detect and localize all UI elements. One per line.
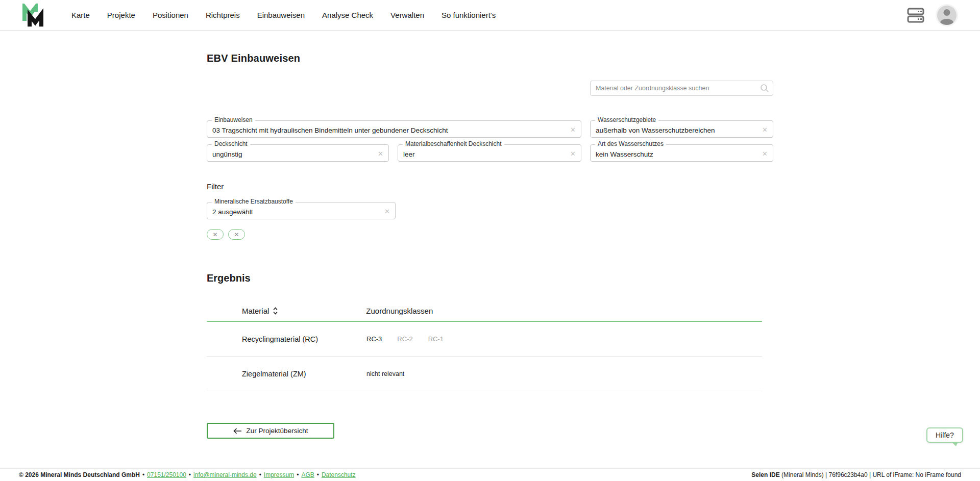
footer-link-phone[interactable]: 07151/250100 [147,471,186,478]
nav-item-verwalten[interactable]: Verwalten [390,11,424,19]
footer-left: © 2026 Mineral Minds Deutschland GmbH • … [19,471,356,478]
field-art-des-wasserschutzes-value: kein Wasserschutz [596,150,653,158]
top-navigation-bar: Karte Projekte Positionen Richtpreis Ein… [0,0,980,31]
field-mineralische-ersatzbaustoffe[interactable]: Mineralische Ersatzbaustoffe 2 ausgewähl… [207,202,396,219]
footer-link-datenschutz[interactable]: Datenschutz [322,471,356,478]
arrow-left-icon [233,428,242,434]
material-cell: Ziegelmaterial (ZM) [242,370,366,378]
footer-link-impressum[interactable]: Impressum [264,471,294,478]
nav-item-analyse-check[interactable]: Analyse Check [322,11,373,19]
footer-separator: • [142,471,144,478]
close-icon[interactable]: ✕ [566,126,576,134]
filter-chip-remove-1[interactable]: ✕ [207,229,224,240]
field-mineralische-ersatzbaustoffe-value: 2 ausgewählt [212,208,253,216]
field-materialbeschaffenheit[interactable]: Materialbeschaffenheit Deckschicht leer … [398,144,581,162]
results-heading: Ergebnis [207,272,773,284]
class-badge-rc3[interactable]: RC-3 [366,335,382,343]
avatar-head [944,9,950,16]
table-row: Recyclingmaterial (RC) RC-3 RC-2 RC-1 [207,322,762,357]
nav-item-projekte[interactable]: Projekte [107,11,135,19]
field-wasserschutzgebiete[interactable]: Wasserschutzgebiete außerhalb von Wasser… [590,120,773,138]
field-materialbeschaffenheit-label: Materialbeschaffenheit Deckschicht [403,140,504,147]
footer-separator: • [259,471,261,478]
main-nav: Karte Projekte Positionen Richtpreis Ein… [71,11,496,19]
field-einbauweisen-label: Einbauweisen [212,116,255,123]
nav-item-richtpreis[interactable]: Richtpreis [206,11,240,19]
selection-fields: Einbauweisen 03 Tragschicht mit hydrauli… [207,120,773,162]
close-icon[interactable]: ✕ [380,208,390,215]
close-icon[interactable]: ✕ [566,150,576,158]
page-title: EBV Einbauweisen [207,53,773,64]
footer-app-name: Selen IDE [751,471,779,478]
search-row [207,81,773,96]
results-table-header: Material Zuordnungsklassen [207,300,762,322]
nav-item-karte[interactable]: Karte [71,11,90,19]
close-icon[interactable]: ✕ [758,126,768,134]
column-header-material[interactable]: Material [242,307,278,315]
classes-cell: nicht relevant [366,370,404,377]
main-content: EBV Einbauweisen Einbauweisen 03 Tragsch… [207,31,773,439]
footer-debug-info: Selen IDE (Mineral Minds) | 76f96c23b4a0… [751,471,961,478]
search-input[interactable] [590,81,773,96]
table-row: Ziegelmaterial (ZM) nicht relevant [207,357,762,391]
avatar-body [940,19,953,25]
field-deckschicht-value: ungünstig [212,150,242,158]
results-table: Material Zuordnungsklassen Recyclingmate… [207,300,762,391]
help-bubble-label: Hilfe? [936,431,954,439]
filter-chips: ✕ ✕ [207,229,773,240]
field-materialbeschaffenheit-value: leer [403,150,415,158]
column-header-material-label: Material [242,307,269,315]
filter-chip-remove-2[interactable]: ✕ [228,229,245,240]
footer-separator: • [189,471,191,478]
server-icon[interactable] [906,8,925,23]
sort-icon[interactable] [273,307,278,315]
class-badge-rc1[interactable]: RC-1 [428,335,444,343]
back-to-project-overview-button[interactable]: Zur Projektübersicht [207,423,334,439]
topbar-right-icons [906,6,957,25]
user-avatar-icon[interactable] [937,6,957,25]
close-icon[interactable]: ✕ [758,150,768,158]
filter-heading: Filter [207,182,773,191]
class-value-nicht-relevant: nicht relevant [366,370,404,377]
material-cell: Recyclingmaterial (RC) [242,335,366,343]
field-mineralische-ersatzbaustoffe-label: Mineralische Ersatzbaustoffe [212,198,296,205]
footer-link-agb[interactable]: AGB [301,471,314,478]
field-art-des-wasserschutzes[interactable]: Art des Wasserschutzes kein Wasserschutz… [590,144,773,162]
field-deckschicht-label: Deckschicht [212,140,250,147]
field-wasserschutzgebiete-label: Wasserschutzgebiete [595,116,658,123]
footer-copyright: © 2026 Mineral Minds Deutschland GmbH [19,471,140,478]
mineral-minds-logo-icon [20,4,47,27]
footer-separator: • [317,471,319,478]
field-art-des-wasserschutzes-label: Art des Wasserschutzes [595,140,666,147]
filter-field-wrap: Mineralische Ersatzbaustoffe 2 ausgewähl… [207,202,396,219]
footer-separator: • [297,471,299,478]
close-icon: ✕ [212,231,217,238]
nav-item-so-funktionierts[interactable]: So funktioniert's [442,11,496,19]
footer-debug-text: (Mineral Minds) | 76f96c23b4a0 | URL of … [780,471,961,478]
search-box [590,81,773,96]
back-button-label: Zur Projektübersicht [247,427,308,435]
close-icon[interactable]: ✕ [374,150,383,158]
classes-cell: RC-3 RC-2 RC-1 [366,335,444,343]
class-badge-rc2[interactable]: RC-2 [397,335,412,343]
footer-link-email[interactable]: info@mineral-minds.de [193,471,257,478]
close-icon: ✕ [234,231,239,238]
field-einbauweisen[interactable]: Einbauweisen 03 Tragschicht mit hydrauli… [207,120,581,138]
nav-item-einbauweisen[interactable]: Einbauweisen [257,11,305,19]
footer: © 2026 Mineral Minds Deutschland GmbH • … [0,468,980,481]
field-einbauweisen-value: 03 Tragschicht mit hydraulischen Bindemi… [212,126,448,134]
field-deckschicht[interactable]: Deckschicht ungünstig ✕ [207,144,389,162]
field-wasserschutzgebiete-value: außerhalb von Wasserschutzbereichen [596,126,715,134]
help-bubble-button[interactable]: Hilfe? [926,427,963,443]
nav-item-positionen[interactable]: Positionen [153,11,188,19]
search-icon[interactable] [760,84,769,93]
column-header-zuordnungsklassen: Zuordnungsklassen [366,307,433,315]
